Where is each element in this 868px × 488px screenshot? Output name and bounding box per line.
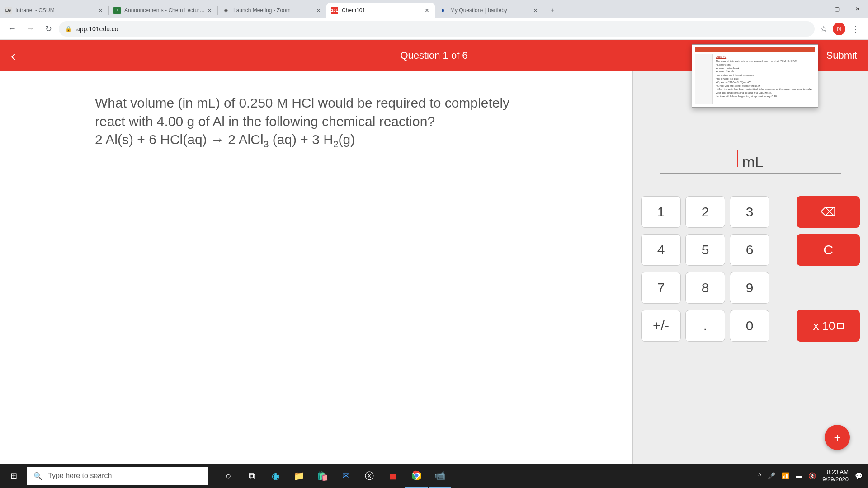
svg-point-1: [414, 473, 418, 477]
text-cursor: [737, 150, 738, 167]
taskbar-search[interactable]: 🔍 Type here to search: [27, 467, 208, 485]
key-plusminus[interactable]: +/-: [641, 310, 681, 342]
url-text: app.101edu.co: [76, 25, 118, 33]
start-button[interactable]: ⊞: [0, 464, 27, 488]
key-6[interactable]: 6: [730, 234, 769, 266]
minimize-button[interactable]: —: [806, 0, 826, 18]
browser-tab[interactable]: b My Questions | bartleby ✕: [435, 3, 543, 18]
keypad: 1 2 3 ⌫ 4 5 6 C 7 8 9 +/- . 0 x 10: [641, 196, 860, 342]
office-icon[interactable]: ◼: [382, 464, 404, 488]
key-8[interactable]: 8: [685, 272, 725, 304]
pip-slide-content: Quiz #5 The goal of this quiz is to show…: [715, 54, 815, 104]
tab-favicon: LG: [5, 7, 12, 14]
edge-icon[interactable]: ◉: [264, 464, 287, 488]
tab-title: Announcements - Chem Lecture…: [124, 7, 206, 14]
tab-favicon: 101: [331, 7, 338, 14]
key-4[interactable]: 4: [641, 234, 681, 266]
mail-icon[interactable]: ✉: [335, 464, 357, 488]
task-view-icon[interactable]: ⧉: [241, 464, 263, 488]
tray-chevron-icon[interactable]: ^: [759, 472, 762, 479]
lock-icon: 🔒: [65, 26, 72, 32]
key-clear[interactable]: C: [797, 234, 860, 266]
backspace-icon: ⌫: [821, 206, 836, 218]
bookmark-star-icon[interactable]: ☆: [820, 24, 827, 34]
key-7[interactable]: 7: [641, 272, 681, 304]
browser-toolbar: ← → ↻ 🔒 app.101edu.co ☆ N ⋮: [0, 18, 868, 40]
forward-button[interactable]: →: [23, 21, 38, 37]
tab-title: Launch Meeting - Zoom: [233, 7, 315, 14]
profile-avatar[interactable]: N: [833, 23, 845, 35]
cortana-icon[interactable]: ○: [217, 464, 240, 488]
pip-title-bar: [695, 47, 815, 52]
browser-tab[interactable]: ◉ Launch Meeting - Zoom ✕: [218, 3, 326, 18]
key-3[interactable]: 3: [730, 196, 769, 228]
windows-taskbar: ⊞ 🔍 Type here to search ○ ⧉ ◉ 📁 🛍️ ✉ ⓧ ◼…: [0, 464, 868, 488]
tab-favicon: b: [439, 7, 447, 14]
notifications-icon[interactable]: 💬: [855, 472, 863, 479]
wifi-icon[interactable]: 📶: [782, 472, 789, 479]
main-content: What volume (in mL) of 0.250 M HCl would…: [0, 71, 868, 464]
tab-title: Chem101: [342, 7, 423, 14]
zoom-icon[interactable]: 📹: [429, 464, 451, 488]
taskbar-apps: ○ ⧉ ◉ 📁 🛍️ ✉ ⓧ ◼ 📹: [217, 464, 451, 488]
answer-input[interactable]: mL: [660, 148, 841, 174]
answer-pane: Quiz #5 The goal of this quiz is to show…: [633, 71, 868, 464]
close-window-button[interactable]: ✕: [847, 0, 868, 18]
tab-close-icon[interactable]: ✕: [97, 7, 104, 14]
tab-title: Intranet - CSUM: [15, 7, 97, 14]
reload-button[interactable]: ↻: [41, 21, 56, 37]
search-placeholder: Type here to search: [48, 472, 112, 480]
browser-tab[interactable]: LG Intranet - CSUM ✕: [0, 3, 108, 18]
tab-favicon: ◉: [222, 7, 230, 14]
exponent-box-icon: [837, 323, 844, 329]
search-icon: 🔍: [33, 472, 42, 480]
key-2[interactable]: 2: [685, 196, 725, 228]
add-fab-button[interactable]: +: [825, 425, 850, 450]
tab-close-icon[interactable]: ✕: [423, 7, 430, 14]
key-9[interactable]: 9: [730, 272, 769, 304]
tab-close-icon[interactable]: ✕: [532, 7, 539, 14]
pip-slide-panel: [695, 54, 713, 104]
browser-tab-strip: LG Intranet - CSUM ✕+ Announcements - Ch…: [0, 0, 868, 18]
pip-presentation-overlay[interactable]: Quiz #5 The goal of this quiz is to show…: [692, 44, 818, 108]
submit-button[interactable]: Submit: [826, 50, 857, 61]
new-tab-button[interactable]: +: [546, 4, 559, 17]
window-controls: — ▢ ✕: [806, 0, 868, 18]
maximize-button[interactable]: ▢: [826, 0, 847, 18]
key-decimal[interactable]: .: [685, 310, 725, 342]
question-pane: What volume (in mL) of 0.250 M HCl would…: [0, 71, 633, 464]
system-tray: ^ 🎤 📶 ▬ 🔇 8:23 AM 9/29/2020 💬: [759, 469, 868, 483]
xbox-icon[interactable]: ⓧ: [358, 464, 381, 488]
volume-muted-icon[interactable]: 🔇: [808, 472, 816, 479]
tab-close-icon[interactable]: ✕: [315, 7, 322, 14]
browser-tab[interactable]: 101 Chem101 ✕: [326, 3, 435, 18]
key-0[interactable]: 0: [730, 310, 769, 342]
browser-tab[interactable]: + Announcements - Chem Lecture… ✕: [109, 3, 217, 18]
address-bar[interactable]: 🔒 app.101edu.co: [59, 21, 815, 37]
question-counter: Question 1 of 6: [400, 50, 467, 61]
taskbar-clock[interactable]: 8:23 AM 9/29/2020: [822, 469, 849, 483]
back-button[interactable]: ←: [5, 21, 20, 37]
back-chevron-icon[interactable]: ‹: [11, 47, 16, 64]
microphone-icon[interactable]: 🎤: [768, 472, 775, 479]
file-explorer-icon[interactable]: 📁: [288, 464, 310, 488]
key-1[interactable]: 1: [641, 196, 681, 228]
tab-close-icon[interactable]: ✕: [206, 7, 213, 14]
question-text: What volume (in mL) of 0.250 M HCl would…: [95, 94, 596, 150]
key-5[interactable]: 5: [685, 234, 725, 266]
tab-title: My Questions | bartleby: [450, 7, 532, 14]
battery-icon[interactable]: ▬: [796, 472, 802, 479]
key-scientific[interactable]: x 10: [797, 310, 860, 342]
microsoft-store-icon[interactable]: 🛍️: [311, 464, 334, 488]
chrome-menu-icon[interactable]: ⋮: [848, 21, 863, 37]
chrome-icon[interactable]: [405, 464, 428, 488]
answer-unit: mL: [742, 153, 763, 171]
key-backspace[interactable]: ⌫: [797, 196, 860, 228]
tab-favicon: +: [113, 7, 121, 14]
